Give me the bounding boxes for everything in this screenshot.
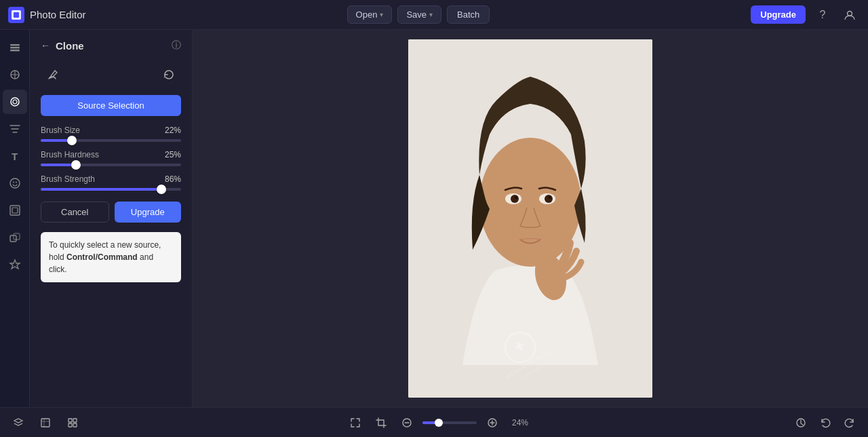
svg-point-7 [11,98,19,106]
svg-point-8 [13,100,17,104]
svg-rect-32 [68,419,72,422]
grid-icon[interactable] [62,413,83,433]
svg-point-23 [545,195,553,203]
zoom-slider[interactable] [422,421,477,424]
brush-hardness-value: 25% [165,150,181,159]
clone-tool-icons [30,58,192,95]
undo-icon[interactable] [815,413,835,433]
brush-size-group: Brush Size 22% [30,126,192,150]
sidebar-item-effects[interactable] [3,252,27,277]
panel-header-left: ← Clone [41,40,84,52]
save-chevron-icon: ▾ [429,11,433,18]
history-icon[interactable] [791,413,811,433]
brush-hardness-label: Brush Hardness [41,150,99,159]
clone-panel: ← Clone ⓘ Source Selection [30,30,193,407]
svg-point-11 [16,182,17,183]
tooltip-key: Control/Command [66,252,138,262]
brush-strength-group: Brush Strength 86% [30,174,192,199]
top-bar: Photo Editor Open ▾ Save ▾ Batch Upgrade… [0,0,868,30]
svg-rect-4 [10,47,20,49]
app-title: Photo Editor [30,9,86,20]
sidebar-item-retouch[interactable] [3,90,27,114]
zoom-in-icon[interactable] [482,413,502,433]
brush-strength-value: 86% [165,174,181,184]
svg-rect-1 [14,12,19,18]
sidebar-item-layers[interactable] [3,35,27,60]
bottom-right [791,413,860,433]
brush-size-label: Brush Size [41,126,80,135]
tooltip-box: To quickly select a new source, hold Con… [41,232,181,282]
top-bar-right: Upgrade ? [751,5,860,25]
svg-rect-31 [41,419,50,427]
brush-strength-slider[interactable] [41,188,181,191]
account-icon[interactable] [840,5,860,25]
brush-size-slider[interactable] [41,139,181,142]
resize-icon[interactable] [35,413,56,433]
panel-title: Clone [56,40,84,52]
brush-mode-icon[interactable] [41,62,65,87]
info-icon[interactable]: ⓘ [172,39,181,52]
svg-rect-34 [68,423,72,427]
bottom-left [8,413,83,433]
zoom-out-icon[interactable] [397,413,417,433]
top-bar-center: Open ▾ Save ▾ Batch [347,5,490,24]
svg-rect-5 [10,50,20,52]
upgrade-panel-button[interactable]: Upgrade [115,202,182,223]
upgrade-button[interactable]: Upgrade [751,5,806,24]
help-icon[interactable]: ? [812,5,833,25]
action-buttons: Cancel Upgrade [30,199,192,232]
svg-point-25 [549,196,551,199]
zoom-percent: 24% [512,418,528,428]
main-content: T [0,30,868,407]
svg-point-10 [13,182,14,183]
crop-icon[interactable] [371,413,391,433]
sidebar-item-overlay[interactable] [3,225,27,250]
sidebar-item-text[interactable]: T [3,144,27,168]
sidebar-item-filters[interactable] [3,117,27,141]
open-button[interactable]: Open ▾ [347,5,393,24]
svg-point-9 [10,178,20,188]
sidebar-item-frames[interactable] [3,198,27,223]
batch-button[interactable]: Batch [447,5,490,24]
brush-hardness-slider[interactable] [41,164,181,166]
cancel-button[interactable]: Cancel [41,202,109,223]
svg-rect-35 [73,423,77,427]
panel-header: ← Clone ⓘ [30,30,192,58]
svg-rect-12 [10,206,20,215]
svg-rect-33 [73,419,77,422]
top-bar-left: Photo Editor [8,7,86,23]
sidebar-item-stickers[interactable] [3,171,27,195]
source-selection-button[interactable]: Source Selection [41,95,181,116]
canvas-area[interactable]: ✚ BEFUNKY PLUS FEATURE [193,30,868,407]
back-button[interactable]: ← [41,40,50,51]
app-logo [8,7,24,23]
svg-marker-16 [10,260,20,269]
bottom-bar: 24% [0,407,868,437]
canvas-image: ✚ BEFUNKY PLUS FEATURE [408,39,652,398]
svg-point-24 [515,196,517,199]
brush-size-value: 22% [165,126,181,135]
sidebar-item-adjustments[interactable] [3,62,27,87]
svg-point-22 [511,195,519,203]
save-button[interactable]: Save ▾ [397,5,441,24]
svg-rect-3 [10,44,20,46]
fit-screen-icon[interactable] [345,413,366,433]
brush-hardness-group: Brush Hardness 25% [30,150,192,174]
bottom-center: 24% [345,413,528,433]
redo-icon[interactable] [840,413,860,433]
svg-rect-13 [12,208,18,213]
open-chevron-icon: ▾ [380,11,383,18]
layers-bottom-icon[interactable] [8,413,28,433]
sidebar-icons: T [0,30,30,407]
brush-strength-label: Brush Strength [41,174,95,184]
reset-icon[interactable] [157,62,181,87]
